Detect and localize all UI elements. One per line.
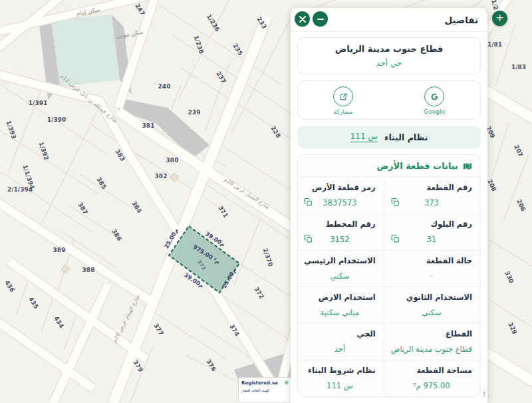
field-secondary-use: الاستخدام الثانوي سكني <box>384 287 480 324</box>
field-label: رقم البلوك <box>391 219 472 229</box>
field-plan-number: رقم المخطط 3152 <box>297 214 384 251</box>
field-label: نظام شروط البناء <box>304 366 376 375</box>
zoom-in-button[interactable]: + <box>492 11 507 26</box>
field-label: استخدام الارض <box>304 293 376 302</box>
field-value: 975.00 م² <box>413 381 450 390</box>
land-section-title: بيانات قطعة الأرض <box>377 161 458 171</box>
close-icon <box>299 16 306 23</box>
panel-scrollbar[interactable] <box>483 392 485 398</box>
parcel-label: 381 <box>142 122 155 129</box>
sector-title: قطاع جنوب مدينة الرياض <box>303 44 475 54</box>
field-sector: القطاع قطاع جنوب مدينة الرياض <box>384 324 480 360</box>
copy-button[interactable] <box>391 198 400 206</box>
field-value: 3152 <box>330 235 349 244</box>
parcel-label: 1/390 <box>47 116 66 123</box>
parcel-label: 1/391 <box>29 100 47 106</box>
parcel-label: 389 <box>53 247 66 253</box>
actions-card: Google مشاركة <box>297 80 481 120</box>
parcel-label: 1/83 <box>511 64 526 70</box>
field-value: سكني <box>330 271 349 281</box>
field-value: مباني سكنية <box>321 308 360 317</box>
building-system-bar: نظام البناء س 111 <box>297 126 481 148</box>
field-plot-number: رقم القطعة 373 <box>384 178 480 214</box>
field-plot-code: رمز قطعة الأرض 3837573 <box>297 178 384 214</box>
parcel-label: 388 <box>82 267 95 273</box>
share-button[interactable]: مشاركة <box>333 86 353 115</box>
panel-header: تفاصيل <box>291 8 487 32</box>
field-value: س 111 <box>327 381 353 390</box>
panel-body: قطاع جنوب مدينة الرياض حي أحد Google <box>291 32 487 403</box>
parcel-label: 240 <box>158 83 171 90</box>
field-label: مساحة القطعة <box>391 366 472 375</box>
field-label: حالة القطعة <box>391 256 472 265</box>
google-label: Google <box>424 108 445 115</box>
copy-button[interactable] <box>304 198 313 206</box>
map-attribution: Registered.sa ✳ الهيئة العامة للعقار <box>238 377 293 403</box>
parcel-label: 2/1/394 <box>7 186 33 193</box>
location-card: قطاع جنوب مدينة الرياض حي أحد <box>297 37 481 74</box>
details-panel: تفاصيل قطاع جنوب مدينة الرياض حي أحد <box>291 8 487 403</box>
share-icon <box>333 86 353 106</box>
field-label: الاستخدام الرئيسي <box>304 256 376 265</box>
field-plot-area: مساحة القطعة 975.00 م² <box>384 360 480 396</box>
google-icon <box>424 86 444 106</box>
field-value: 373 <box>424 198 439 207</box>
field-value: قطاع جنوب مدينة الرياض <box>391 344 472 354</box>
parcel-label: 239 <box>188 109 201 116</box>
land-fields-grid: رقم القطعة 373 رمز قطعة الأرض 3837573 رق… <box>298 178 480 396</box>
app-window: 247 1/236 233 1/238 235 237 228 240 239 … <box>0 0 532 403</box>
map-icon <box>463 162 472 170</box>
field-main-use: الاستخدام الرئيسي سكني <box>297 251 384 287</box>
minimize-button[interactable] <box>313 11 328 27</box>
close-button[interactable] <box>295 11 310 27</box>
field-value: - <box>430 271 433 281</box>
google-maps-button[interactable]: Google <box>424 86 445 115</box>
attribution-brand: Registered.sa <box>241 380 278 386</box>
copy-button[interactable] <box>391 234 400 243</box>
district-title: حي أحد <box>303 59 475 68</box>
minus-icon <box>317 16 324 23</box>
field-label: القطاع <box>391 329 472 338</box>
land-section-header: بيانات قطعة الأرض <box>298 155 480 178</box>
field-label: الحي <box>304 329 376 338</box>
share-label: مشاركة <box>334 108 353 115</box>
field-plot-status: حالة القطعة - <box>384 251 480 287</box>
field-label: الاستخدام الثانوي <box>391 293 472 302</box>
land-data-card: بيانات قطعة الأرض رقم القطعة 373 رمز قطع… <box>297 154 481 397</box>
field-label: رمز قطعة الأرض <box>304 183 376 192</box>
building-system-label: نظام البناء <box>384 132 428 142</box>
field-value: 3837573 <box>323 198 356 207</box>
field-value: سكني <box>422 308 441 317</box>
parcel-label: 380 <box>166 157 179 164</box>
field-value: 31 <box>427 235 437 244</box>
field-land-use: استخدام الارض مباني سكنية <box>297 287 384 324</box>
parcel-label: 382 <box>155 173 168 180</box>
rega-logo-icon: ✳ <box>284 380 289 386</box>
field-value: أحد <box>334 344 345 354</box>
copy-button[interactable] <box>304 234 313 243</box>
panel-title: تفاصيل <box>445 8 478 32</box>
field-district: الحي أحد <box>297 324 384 360</box>
building-system-link[interactable]: س 111 <box>350 132 378 142</box>
attribution-org: الهيئة العامة للعقار <box>241 388 289 392</box>
parcel-label: 1/81 <box>487 41 502 48</box>
field-label: رقم المخطط <box>304 219 376 229</box>
field-label: رقم القطعة <box>391 183 472 192</box>
field-block-number: رقم البلوك 31 <box>384 214 480 251</box>
field-building-rules: نظام شروط البناء س 111 <box>297 360 384 396</box>
